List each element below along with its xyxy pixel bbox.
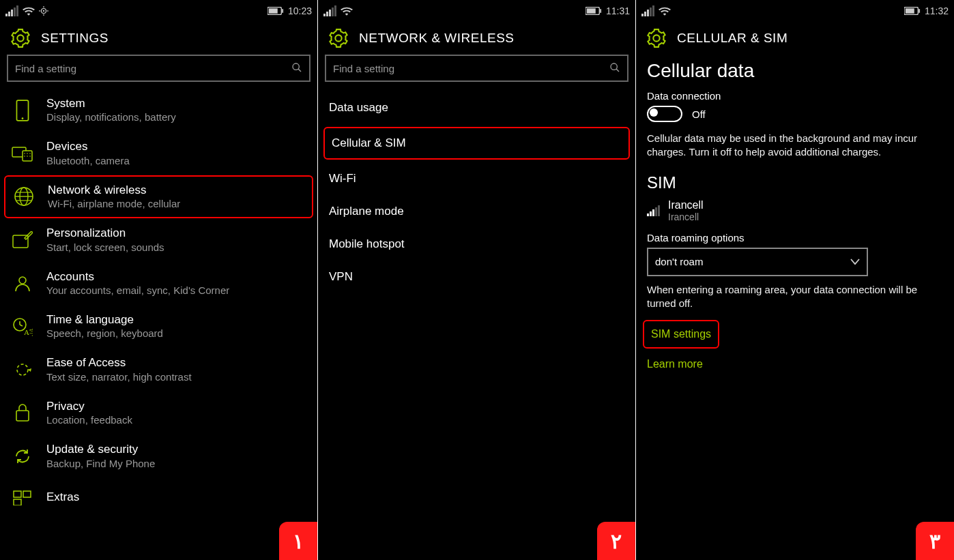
svg-point-15 xyxy=(24,153,25,154)
item-title: Personalization xyxy=(46,226,164,240)
item-sub: Speech, region, keyboard xyxy=(46,327,163,340)
item-title: Devices xyxy=(46,140,130,153)
battery-icon xyxy=(268,7,284,15)
svg-point-20 xyxy=(29,156,31,157)
status-bar: 10:23 xyxy=(0,0,317,20)
item-sub: Your accounts, email, sync, Kid's Corner xyxy=(46,284,229,297)
page-title: SETTINGS xyxy=(41,31,109,46)
item-title: Network & wireless xyxy=(48,183,180,197)
item-title: System xyxy=(46,97,176,110)
search-input[interactable]: Find a setting xyxy=(325,55,628,82)
search-input[interactable]: Find a setting xyxy=(7,55,310,82)
item-sub: Wi-Fi, airplane mode, cellular xyxy=(48,198,180,210)
roaming-select[interactable]: don't roam xyxy=(647,248,868,276)
network-list: Data usage Cellular & SIM Wi-Fi Airplane… xyxy=(318,89,635,296)
svg-point-19 xyxy=(27,156,28,157)
step-badge: ۱ xyxy=(279,522,317,560)
status-bar: 11:31 xyxy=(318,0,635,20)
phone-icon xyxy=(11,99,34,122)
list-item-vpn[interactable]: VPN xyxy=(318,261,635,293)
svg-rect-8 xyxy=(282,9,283,13)
svg-rect-39 xyxy=(600,9,601,13)
list-item-privacy[interactable]: PrivacyLocation, feedback xyxy=(0,392,317,434)
list-item-accounts[interactable]: AccountsYour accounts, email, sync, Kid'… xyxy=(0,262,317,305)
list-item-system[interactable]: SystemDisplay, notifications, battery xyxy=(0,89,317,132)
sim-settings-box[interactable]: SIM settings xyxy=(643,320,719,349)
cellular-description: Cellular data may be used in the backgro… xyxy=(647,132,943,160)
signal-icon xyxy=(641,5,654,16)
list-item-cellular-sim[interactable]: Cellular & SIM xyxy=(323,127,630,160)
data-connection-toggle[interactable] xyxy=(647,106,682,122)
step-badge: ۳ xyxy=(916,522,954,560)
step-badge: ۲ xyxy=(597,522,635,560)
gear-icon xyxy=(11,29,30,48)
list-item-extras[interactable]: Extras xyxy=(0,478,317,518)
svg-text:A字: A字 xyxy=(24,328,33,336)
svg-rect-43 xyxy=(906,8,914,13)
search-placeholder: Find a setting xyxy=(15,63,76,74)
privacy-icon xyxy=(11,401,34,424)
battery-icon xyxy=(904,7,921,15)
sim-signal-icon xyxy=(647,205,660,216)
page-title: NETWORK & WIRELESS xyxy=(359,31,515,46)
ease-icon xyxy=(11,358,34,381)
search-icon xyxy=(609,62,620,75)
update-icon xyxy=(11,445,34,468)
item-sub: Location, feedback xyxy=(46,414,132,426)
list-item-devices[interactable]: DevicesBluetooth, camera xyxy=(0,132,317,175)
time-icon: A字 xyxy=(11,315,34,338)
svg-point-16 xyxy=(27,153,28,154)
personalization-icon xyxy=(11,229,34,252)
item-sub: Text size, narrator, high contrast xyxy=(46,371,192,383)
item-sub: Start, lock screen, sounds xyxy=(46,241,164,254)
page-header: SETTINGS xyxy=(0,20,317,55)
section-cellular-data: Cellular data xyxy=(647,60,943,82)
svg-point-18 xyxy=(24,156,25,157)
svg-rect-36 xyxy=(14,499,21,505)
status-time: 10:23 xyxy=(288,5,312,16)
section-sim: SIM xyxy=(647,173,943,192)
svg-point-27 xyxy=(19,277,26,284)
item-title: Accounts xyxy=(46,270,229,284)
learn-more-link[interactable]: Learn more xyxy=(647,358,703,370)
list-item-update[interactable]: Update & securityBackup, Find My Phone xyxy=(0,434,317,477)
list-item-wifi[interactable]: Wi-Fi xyxy=(318,162,635,195)
search-placeholder: Find a setting xyxy=(333,63,394,74)
roaming-description: When entering a roaming area, your data … xyxy=(647,283,943,311)
roaming-value: don't roam xyxy=(655,256,703,267)
status-time: 11:31 xyxy=(606,5,630,16)
svg-rect-7 xyxy=(269,8,278,13)
item-title: Privacy xyxy=(46,400,132,413)
list-item-ease[interactable]: Ease of AccessText size, narrator, high … xyxy=(0,348,317,391)
svg-point-9 xyxy=(293,63,299,70)
list-item-personalization[interactable]: PersonalizationStart, lock screen, sound… xyxy=(0,218,317,261)
sim-settings-link[interactable]: SIM settings xyxy=(651,328,711,340)
sim-row[interactable]: Irancell Irancell xyxy=(647,199,943,222)
wifi-icon xyxy=(341,6,353,16)
page-header: NETWORK & WIRELESS xyxy=(318,20,635,55)
sim-sub: Irancell xyxy=(668,211,704,222)
data-connection-label: Data connection xyxy=(647,90,943,102)
list-item-data-usage[interactable]: Data usage xyxy=(318,91,635,124)
item-sub: Backup, Find My Phone xyxy=(46,458,155,470)
list-item-network[interactable]: Network & wirelessWi-Fi, airplane mode, … xyxy=(4,175,313,218)
wifi-icon xyxy=(23,6,35,16)
toggle-label: Off xyxy=(692,108,706,120)
svg-rect-34 xyxy=(14,491,21,497)
svg-point-17 xyxy=(29,153,31,154)
svg-rect-35 xyxy=(23,491,31,497)
globe-icon xyxy=(12,185,35,208)
gear-icon xyxy=(647,29,666,48)
item-title: Ease of Access xyxy=(46,356,192,370)
item-title: Time & language xyxy=(46,313,163,327)
list-item-time[interactable]: A字 Time & languageSpeech, region, keyboa… xyxy=(0,305,317,348)
location-icon xyxy=(39,6,48,16)
list-item-airplane[interactable]: Airplane mode xyxy=(318,195,635,228)
status-time: 11:32 xyxy=(925,5,949,16)
page-title: CELLULAR & SIM xyxy=(677,31,787,46)
item-title: Extras xyxy=(46,490,79,504)
extras-icon xyxy=(11,486,34,510)
signal-icon xyxy=(323,5,336,16)
svg-point-40 xyxy=(611,63,617,70)
list-item-hotspot[interactable]: Mobile hotspot xyxy=(318,228,635,261)
